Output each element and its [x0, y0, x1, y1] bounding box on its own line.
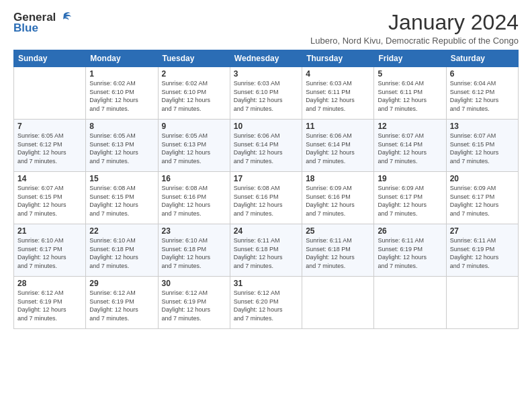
- day-number: 24: [234, 226, 298, 236]
- calendar-week-row: 7Sunrise: 6:05 AM Sunset: 6:12 PM Daylig…: [14, 120, 519, 172]
- day-info: Sunrise: 6:05 AM Sunset: 6:13 PM Dayligh…: [89, 132, 154, 165]
- calendar-table: Sunday Monday Tuesday Wednesday Thursday…: [13, 50, 519, 329]
- calendar-cell: 17Sunrise: 6:08 AM Sunset: 6:16 PM Dayli…: [230, 172, 302, 224]
- day-info: Sunrise: 6:08 AM Sunset: 6:16 PM Dayligh…: [162, 184, 226, 218]
- day-number: 31: [234, 279, 298, 288]
- calendar-cell: 21Sunrise: 6:10 AM Sunset: 6:17 PM Dayli…: [14, 224, 86, 277]
- day-number: 14: [17, 174, 82, 183]
- calendar-cell: 7Sunrise: 6:05 AM Sunset: 6:12 PM Daylig…: [14, 120, 86, 172]
- day-info: Sunrise: 6:12 AM Sunset: 6:19 PM Dayligh…: [89, 289, 154, 322]
- day-number: 9: [162, 122, 226, 131]
- day-info: Sunrise: 6:08 AM Sunset: 6:16 PM Dayligh…: [234, 184, 298, 218]
- title-block: January 2024 Lubero, Nord Kivu, Democrat…: [310, 11, 519, 46]
- day-number: 23: [162, 226, 226, 236]
- day-number: 20: [450, 174, 515, 183]
- calendar-cell: [14, 67, 86, 120]
- day-number: 2: [162, 69, 226, 79]
- day-info: Sunrise: 6:12 AM Sunset: 6:20 PM Dayligh…: [234, 289, 298, 322]
- col-tuesday: Tuesday: [158, 50, 230, 67]
- logo-bird-icon: [57, 11, 72, 24]
- day-number: 22: [89, 226, 154, 236]
- day-info: Sunrise: 6:12 AM Sunset: 6:19 PM Dayligh…: [162, 289, 226, 322]
- calendar-cell: 13Sunrise: 6:07 AM Sunset: 6:15 PM Dayli…: [446, 120, 518, 172]
- day-number: 8: [89, 122, 154, 131]
- col-friday: Friday: [374, 50, 446, 67]
- col-thursday: Thursday: [302, 50, 374, 67]
- day-number: 3: [234, 69, 298, 79]
- header: General Blue January 2024 Lubero, Nord K…: [13, 11, 519, 46]
- day-info: Sunrise: 6:11 AM Sunset: 6:19 PM Dayligh…: [450, 236, 515, 270]
- day-info: Sunrise: 6:03 AM Sunset: 6:10 PM Dayligh…: [234, 79, 298, 113]
- calendar-header-row: Sunday Monday Tuesday Wednesday Thursday…: [14, 50, 519, 67]
- calendar-cell: 19Sunrise: 6:09 AM Sunset: 6:17 PM Dayli…: [374, 172, 446, 224]
- calendar-week-row: 21Sunrise: 6:10 AM Sunset: 6:17 PM Dayli…: [14, 224, 519, 277]
- day-info: Sunrise: 6:02 AM Sunset: 6:10 PM Dayligh…: [162, 79, 226, 113]
- calendar-cell: 12Sunrise: 6:07 AM Sunset: 6:14 PM Dayli…: [374, 120, 446, 172]
- day-number: 21: [17, 226, 82, 236]
- day-number: 4: [306, 69, 370, 79]
- calendar-cell: 3Sunrise: 6:03 AM Sunset: 6:10 PM Daylig…: [230, 67, 302, 120]
- calendar-cell: 16Sunrise: 6:08 AM Sunset: 6:16 PM Dayli…: [158, 172, 230, 224]
- day-info: Sunrise: 6:09 AM Sunset: 6:17 PM Dayligh…: [378, 184, 442, 218]
- calendar-cell: 29Sunrise: 6:12 AM Sunset: 6:19 PM Dayli…: [86, 277, 158, 329]
- day-info: Sunrise: 6:06 AM Sunset: 6:14 PM Dayligh…: [234, 132, 298, 165]
- day-info: Sunrise: 6:07 AM Sunset: 6:15 PM Dayligh…: [450, 132, 515, 165]
- day-number: 12: [378, 122, 442, 131]
- day-info: Sunrise: 6:06 AM Sunset: 6:14 PM Dayligh…: [306, 132, 370, 165]
- day-number: 18: [306, 174, 370, 183]
- day-number: 13: [450, 122, 515, 131]
- day-number: 10: [234, 122, 298, 131]
- col-sunday: Sunday: [14, 50, 86, 67]
- calendar-week-row: 28Sunrise: 6:12 AM Sunset: 6:19 PM Dayli…: [14, 277, 519, 329]
- day-info: Sunrise: 6:02 AM Sunset: 6:10 PM Dayligh…: [89, 79, 154, 113]
- day-number: 27: [450, 226, 515, 236]
- day-number: 30: [162, 279, 226, 288]
- calendar-cell: 28Sunrise: 6:12 AM Sunset: 6:19 PM Dayli…: [14, 277, 86, 329]
- day-number: 25: [306, 226, 370, 236]
- calendar-cell: 5Sunrise: 6:04 AM Sunset: 6:11 PM Daylig…: [374, 67, 446, 120]
- day-info: Sunrise: 6:09 AM Sunset: 6:17 PM Dayligh…: [450, 184, 515, 218]
- col-monday: Monday: [86, 50, 158, 67]
- calendar-cell: 8Sunrise: 6:05 AM Sunset: 6:13 PM Daylig…: [86, 120, 158, 172]
- day-info: Sunrise: 6:04 AM Sunset: 6:12 PM Dayligh…: [450, 79, 515, 113]
- day-info: Sunrise: 6:10 AM Sunset: 6:18 PM Dayligh…: [162, 236, 226, 270]
- calendar-week-row: 1Sunrise: 6:02 AM Sunset: 6:10 PM Daylig…: [14, 67, 519, 120]
- calendar-cell: 25Sunrise: 6:11 AM Sunset: 6:18 PM Dayli…: [302, 224, 374, 277]
- location-title: Lubero, Nord Kivu, Democratic Republic o…: [310, 36, 519, 46]
- day-info: Sunrise: 6:10 AM Sunset: 6:17 PM Dayligh…: [17, 236, 82, 270]
- day-number: 11: [306, 122, 370, 131]
- day-info: Sunrise: 6:07 AM Sunset: 6:15 PM Dayligh…: [17, 184, 82, 218]
- day-info: Sunrise: 6:10 AM Sunset: 6:18 PM Dayligh…: [89, 236, 154, 270]
- calendar-cell: 31Sunrise: 6:12 AM Sunset: 6:20 PM Dayli…: [230, 277, 302, 329]
- day-info: Sunrise: 6:11 AM Sunset: 6:19 PM Dayligh…: [378, 236, 442, 270]
- calendar-cell: 11Sunrise: 6:06 AM Sunset: 6:14 PM Dayli…: [302, 120, 374, 172]
- col-saturday: Saturday: [446, 50, 518, 67]
- day-info: Sunrise: 6:08 AM Sunset: 6:15 PM Dayligh…: [89, 184, 154, 218]
- calendar-cell: 30Sunrise: 6:12 AM Sunset: 6:19 PM Dayli…: [158, 277, 230, 329]
- day-info: Sunrise: 6:07 AM Sunset: 6:14 PM Dayligh…: [378, 132, 442, 165]
- calendar-week-row: 14Sunrise: 6:07 AM Sunset: 6:15 PM Dayli…: [14, 172, 519, 224]
- calendar-cell: [446, 277, 518, 329]
- day-number: 5: [378, 69, 442, 79]
- calendar-cell: 9Sunrise: 6:05 AM Sunset: 6:13 PM Daylig…: [158, 120, 230, 172]
- day-number: 29: [89, 279, 154, 288]
- day-number: 15: [89, 174, 154, 183]
- calendar-cell: 1Sunrise: 6:02 AM Sunset: 6:10 PM Daylig…: [86, 67, 158, 120]
- day-number: 19: [378, 174, 442, 183]
- logo-text-blue: Blue: [13, 21, 38, 35]
- day-number: 26: [378, 226, 442, 236]
- page: General Blue January 2024 Lubero, Nord K…: [0, 0, 532, 411]
- calendar-cell: 6Sunrise: 6:04 AM Sunset: 6:12 PM Daylig…: [446, 67, 518, 120]
- day-number: 1: [89, 69, 154, 79]
- day-number: 16: [162, 174, 226, 183]
- day-info: Sunrise: 6:11 AM Sunset: 6:18 PM Dayligh…: [234, 236, 298, 270]
- day-info: Sunrise: 6:05 AM Sunset: 6:12 PM Dayligh…: [17, 132, 82, 165]
- day-info: Sunrise: 6:09 AM Sunset: 6:16 PM Dayligh…: [306, 184, 370, 218]
- logo: General Blue: [13, 11, 72, 35]
- calendar-cell: [374, 277, 446, 329]
- calendar-cell: 4Sunrise: 6:03 AM Sunset: 6:11 PM Daylig…: [302, 67, 374, 120]
- calendar-cell: 22Sunrise: 6:10 AM Sunset: 6:18 PM Dayli…: [86, 224, 158, 277]
- calendar-cell: 15Sunrise: 6:08 AM Sunset: 6:15 PM Dayli…: [86, 172, 158, 224]
- calendar-cell: 27Sunrise: 6:11 AM Sunset: 6:19 PM Dayli…: [446, 224, 518, 277]
- calendar-cell: 10Sunrise: 6:06 AM Sunset: 6:14 PM Dayli…: [230, 120, 302, 172]
